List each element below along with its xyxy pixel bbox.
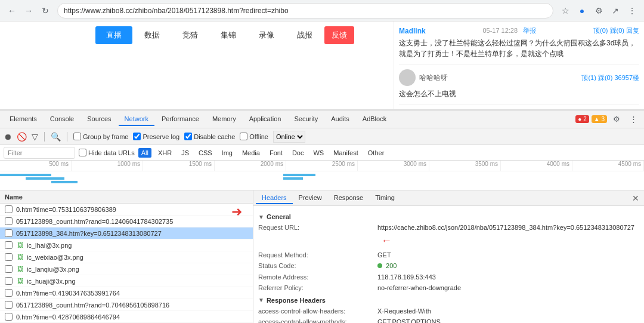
group-by-frame-check[interactable]: Group by frame (73, 133, 128, 140)
timeline-label-4000: 4000 ms (501, 161, 572, 171)
req-checkbox-2[interactable] (5, 229, 13, 237)
filter-input[interactable] (4, 147, 75, 159)
details-tab-headers[interactable]: Headers (256, 192, 293, 204)
req-name-5: ic_lanqiu@3x.png (27, 266, 248, 273)
req-checkbox-5[interactable] (5, 265, 13, 273)
comment-2: 哈哈哈呀 顶(1) 踩(0) 36957楼 这会怎么不上电视 (399, 69, 639, 104)
offline-check[interactable]: Offline (240, 133, 268, 140)
nav-tab-data[interactable]: 数据 (134, 26, 171, 44)
devtools-tab-performance[interactable]: Performance (156, 113, 205, 126)
req-checkbox-3[interactable] (5, 241, 13, 249)
timeline-label-2500: 2500 ms (286, 161, 358, 171)
devtools-tab-console[interactable]: Console (44, 113, 80, 126)
detail-remote: Remote Address: 118.178.169.53:443 (258, 272, 639, 282)
menu-button[interactable]: ⋮ (625, 4, 639, 18)
share-button[interactable]: ↗ (608, 4, 623, 18)
details-tab-response[interactable]: Response (328, 192, 370, 204)
star-button[interactable]: ☆ (558, 4, 572, 18)
nav-tab-live[interactable]: 直播 (95, 26, 132, 44)
comment-header-1: Madlink 05-17 12:28 举报 顶(0) 踩(0) 回复 (399, 26, 639, 35)
filter-type-other[interactable]: Other (365, 148, 388, 158)
devtools-tab-adblock[interactable]: AdBlock (357, 113, 392, 126)
back-button[interactable]: ← (5, 4, 19, 18)
devtools-tab-audits[interactable]: Audits (325, 113, 355, 126)
record-icon[interactable]: ⏺ (4, 132, 12, 141)
nav-tab-video[interactable]: 录像 (248, 26, 285, 44)
request-item-3[interactable]: 🖼 ic_lhai@3x.png (0, 239, 253, 251)
details-close-button[interactable]: ✕ (630, 193, 642, 203)
filter-type-js[interactable]: JS (178, 148, 192, 158)
devtools-tab-application[interactable]: Application (243, 113, 287, 126)
details-tab-preview[interactable]: Preview (293, 192, 328, 204)
detail-access-methods: access-control-allow-methods: GET,POST,O… (258, 317, 639, 323)
img-icon-3: 🖼 (16, 241, 24, 250)
nav-tab-report[interactable]: 战报 (286, 26, 323, 44)
req-checkbox-6[interactable] (5, 277, 13, 285)
settings-button[interactable]: ⚙ (592, 4, 606, 18)
disable-cache-check[interactable]: Disable cache (184, 133, 235, 140)
devtools-tab-security[interactable]: Security (288, 113, 324, 126)
group-by-frame-input[interactable] (73, 133, 81, 140)
devtools-tab-sources[interactable]: Sources (81, 113, 117, 126)
request-item-6[interactable]: 🖼 ic_huaji@3x.png (0, 275, 253, 287)
req-checkbox-9[interactable] (5, 313, 13, 321)
disable-cache-input[interactable] (184, 133, 192, 140)
access-headers-val: X-Requested-With (377, 306, 639, 316)
request-item-7[interactable]: 0.htm?time=0.41903476353991764 (0, 287, 253, 299)
request-item-4[interactable]: 🖼 ic_weixiao@3x.png (0, 251, 253, 263)
throttle-select[interactable]: Online (273, 131, 305, 143)
nav-tab-guess[interactable]: 竞猜 (172, 26, 209, 44)
req-checkbox-1[interactable] (5, 217, 13, 225)
refresh-button[interactable]: ↻ (38, 4, 52, 18)
filter-type-xhr[interactable]: XHR (155, 148, 175, 158)
hide-data-urls-check[interactable]: Hide data URLs (79, 149, 135, 156)
filter-type-img[interactable]: Img (219, 148, 236, 158)
devtools-more-icon[interactable]: ⋮ (626, 112, 640, 127)
toolbar-separator-2 (67, 132, 67, 141)
img-icon-6: 🖼 (16, 277, 24, 285)
req-checkbox-4[interactable] (5, 253, 13, 261)
forward-button[interactable]: → (21, 4, 36, 18)
search-icon[interactable]: 🔍 (51, 132, 61, 141)
devtools-tab-memory[interactable]: Memory (206, 113, 242, 126)
hide-data-urls-input[interactable] (79, 149, 86, 156)
avatar-2 (399, 69, 416, 86)
req-checkbox-0[interactable] (5, 205, 13, 213)
detail-referrer: Referrer Policy: no-referrer-when-downgr… (258, 283, 639, 293)
remote-key: Remote Address: (258, 272, 377, 282)
comments-area: Madlink 05-17 12:28 举报 顶(0) 踩(0) 回复 这支勇士… (394, 21, 644, 109)
account-button[interactable]: ● (575, 4, 589, 18)
request-item-1[interactable]: 0517123898_count.htm?rand=0.124060417843… (0, 216, 253, 227)
devtools-settings-icon[interactable]: ⚙ (609, 112, 624, 127)
address-bar[interactable]: https://www.zhibo8.cc/zhibo/nba/2018/051… (57, 3, 553, 19)
request-item-8[interactable]: 0517123898_count.htm?rand=0.704695610589… (0, 299, 253, 311)
filter-type-ws[interactable]: WS (310, 148, 327, 158)
comment-actions-2[interactable]: 顶(1) 踩(0) 36957楼 (581, 73, 639, 82)
offline-input[interactable] (240, 133, 247, 140)
details-tab-timing[interactable]: Timing (369, 192, 401, 204)
devtools-tab-network[interactable]: Network (119, 113, 154, 126)
filter-type-font[interactable]: Font (267, 148, 286, 158)
clear-icon[interactable]: 🚫 (17, 132, 27, 141)
comment-actions-1[interactable]: 顶(0) 踩(0) 回复 (593, 26, 639, 35)
filter-type-media[interactable]: Media (239, 148, 263, 158)
filter-type-manifest[interactable]: Manifest (330, 148, 361, 158)
request-item-9[interactable]: 0.htm?time=0.42870689864646794 (0, 311, 253, 323)
preserve-log-input[interactable] (133, 133, 141, 140)
devtools-tab-elements[interactable]: Elements (4, 113, 43, 126)
req-checkbox-7[interactable] (5, 289, 13, 297)
request-item-2[interactable]: 0517123898_384.htm?key=0.651234831308072… (0, 227, 253, 239)
req-name-4: ic_weixiao@3x.png (27, 254, 248, 261)
preserve-log-check[interactable]: Preserve log (133, 133, 179, 140)
request-item-5[interactable]: 🖼 ic_lanqiu@3x.png (0, 263, 253, 275)
filter-type-css[interactable]: CSS (196, 148, 215, 158)
filter-icon[interactable]: ▽ (32, 132, 38, 141)
access-headers-key: access-control-allow-headers: (258, 306, 377, 316)
filter-type-all[interactable]: All (138, 148, 151, 158)
nav-tab-highlight[interactable]: 集锦 (210, 26, 247, 44)
request-item-0[interactable]: 0.htm?time=0.7531106379806389 (0, 204, 253, 216)
feedback-button[interactable]: 反馈 (324, 26, 354, 44)
filter-type-doc[interactable]: Doc (289, 148, 307, 158)
req-checkbox-8[interactable] (5, 301, 13, 309)
url-text: https://www.zhibo8.cc/zhibo/nba/2018/051… (64, 7, 289, 15)
